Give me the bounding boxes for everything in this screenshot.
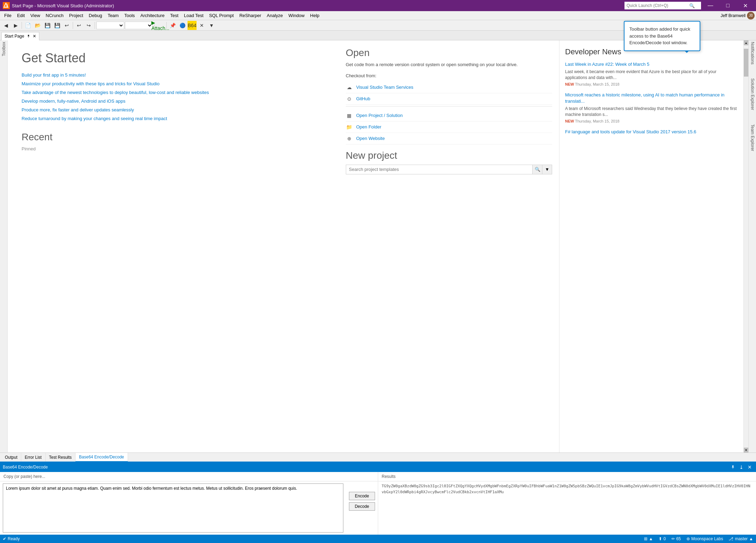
- btab-output[interactable]: Output: [1, 453, 21, 462]
- open-folder[interactable]: 📁 Open Folder: [346, 121, 552, 133]
- menu-edit[interactable]: Edit: [14, 11, 27, 20]
- open-website-label: Open Website: [356, 136, 385, 141]
- settings-button[interactable]: B64: [188, 21, 197, 30]
- link-4[interactable]: Develop modern, fully-native, Android an…: [22, 99, 328, 104]
- config-dropdown[interactable]: [96, 22, 124, 29]
- company-name: Moonspace Labs: [691, 536, 723, 541]
- status-branch[interactable]: ⎇ master ▲: [729, 536, 753, 541]
- status-errors[interactable]: ⬆ 0: [659, 536, 666, 541]
- search-dropdown-button[interactable]: ▼: [542, 165, 552, 174]
- menu-window[interactable]: Window: [286, 11, 307, 20]
- quick-launch-input[interactable]: [627, 3, 689, 8]
- save-button[interactable]: 💾: [43, 21, 52, 30]
- toolbox-label[interactable]: Toolbox: [1, 42, 6, 56]
- pin-button[interactable]: 📌: [168, 21, 177, 30]
- close-button[interactable]: ✕: [737, 0, 753, 11]
- menu-project[interactable]: Project: [66, 11, 86, 20]
- maximize-button[interactable]: □: [720, 0, 736, 11]
- run-button[interactable]: ▶ Attach...: [156, 21, 165, 30]
- tab-label: Start Page: [5, 34, 24, 39]
- menu-file[interactable]: File: [1, 11, 14, 20]
- news-link-1[interactable]: Last Week in Azure #22: Week of March 5: [565, 61, 738, 68]
- more-button[interactable]: ▼: [207, 21, 216, 30]
- menu-debug[interactable]: Debug: [86, 11, 105, 20]
- tab-pin-icon[interactable]: 🖈: [26, 34, 31, 39]
- menu-resharper[interactable]: ReSharper: [237, 11, 264, 20]
- news-date-1: NEW Thursday, March 15, 2018: [565, 82, 738, 86]
- search-templates-button[interactable]: 🔍: [532, 165, 542, 174]
- main-scrollbar[interactable]: ▲ ▼: [743, 40, 748, 452]
- scrollbar-track: [744, 45, 749, 448]
- link-2[interactable]: Maximize your productivity with these ti…: [22, 81, 328, 86]
- notifications-panel[interactable]: Notifications: [750, 42, 755, 64]
- btab-test-results[interactable]: Test Results: [46, 453, 75, 462]
- forward-button[interactable]: ▶: [11, 21, 20, 30]
- news-new-2: NEW: [565, 119, 574, 123]
- menu-test[interactable]: Test: [167, 11, 181, 20]
- base64-input[interactable]: Lorem ipsum dolor sit amet at purus magn…: [3, 483, 343, 533]
- scroll-down-button[interactable]: ▼: [744, 448, 749, 452]
- open-project[interactable]: ▦ Open Project / Solution: [346, 110, 552, 121]
- col-open: Toolbar button added for quick access to…: [339, 40, 560, 452]
- warning-count: 65: [676, 536, 681, 541]
- menu-bar: File Edit View NCrunch Project Debug Tea…: [0, 11, 756, 20]
- panel-pin-button[interactable]: 🖈: [730, 464, 737, 471]
- btab-error-list[interactable]: Error List: [21, 453, 46, 462]
- scroll-up-button[interactable]: ▲: [744, 40, 749, 45]
- get-started-title: Get Started: [22, 51, 328, 65]
- link-6[interactable]: Reduce turnaround by making your changes…: [22, 116, 328, 121]
- open-website[interactable]: ⊕ Open Website: [346, 133, 552, 144]
- minimize-button[interactable]: —: [702, 0, 718, 11]
- menu-loadtest[interactable]: Load Test: [181, 11, 206, 20]
- checkout-github[interactable]: ⊙ GitHub: [346, 93, 552, 105]
- menu-analyze[interactable]: Analyze: [264, 11, 286, 20]
- checkout-vsts[interactable]: ☁ Visual Studio Team Services: [346, 82, 552, 93]
- menu-ncrunch[interactable]: NCrunch: [43, 11, 66, 20]
- team-explorer-panel[interactable]: Team Explorer: [750, 124, 755, 151]
- start-page-tab[interactable]: Start Page 🖈 ✕: [1, 32, 39, 40]
- menu-view[interactable]: View: [27, 11, 43, 20]
- new-file-button[interactable]: 📄: [23, 21, 32, 30]
- news-new-1: NEW: [565, 82, 574, 86]
- website-icon: ⊕: [346, 135, 353, 142]
- company-icon: ⊛: [686, 536, 690, 541]
- solution-explorer-panel[interactable]: Solution Explorer: [750, 78, 755, 110]
- user-name: Jeff Bramwell: [721, 13, 746, 18]
- status-bar: ✔ Ready ⊞ ▲ ⬆ 0 ✏ 65 ⊛ Moonspace Labs ⎇ …: [0, 535, 756, 543]
- filter-button[interactable]: 🔵: [178, 21, 187, 30]
- link-5[interactable]: Produce more, fix faster and deliver upd…: [22, 107, 328, 112]
- quick-launch-box[interactable]: 🔍: [624, 2, 701, 9]
- search-templates-input[interactable]: [346, 165, 533, 174]
- toolbox-sidebar[interactable]: Toolbox: [0, 40, 8, 452]
- platform-dropdown[interactable]: [125, 22, 153, 29]
- separator-2: [73, 22, 73, 29]
- menu-tools[interactable]: Tools: [121, 11, 137, 20]
- tab-close-icon[interactable]: ✕: [33, 34, 36, 39]
- back-button[interactable]: ◀: [1, 21, 10, 30]
- news-link-2[interactable]: Microsoft reaches a historic milestone, …: [565, 92, 738, 104]
- status-warnings[interactable]: ✏ 65: [671, 536, 681, 541]
- menu-architecture[interactable]: Architecture: [138, 11, 167, 20]
- status-company: ⊛ Moonspace Labs: [686, 536, 723, 541]
- undo-button[interactable]: ↩: [74, 21, 83, 30]
- search-templates-box[interactable]: 🔍 ▼: [346, 165, 552, 174]
- decode-button[interactable]: Decode: [349, 502, 375, 511]
- panel-dock-button[interactable]: ⤓: [738, 464, 745, 471]
- menu-sqlprompt[interactable]: SQL Prompt: [206, 11, 237, 20]
- link-1[interactable]: Build your first app in 5 minutes!: [22, 72, 328, 78]
- status-layout[interactable]: ⊞ ▲: [644, 536, 653, 541]
- error-icon: ⬆: [659, 536, 662, 541]
- menu-team[interactable]: Team: [105, 11, 121, 20]
- menu-help[interactable]: Help: [307, 11, 322, 20]
- scrollbar-thumb[interactable]: [744, 49, 749, 77]
- extra-button[interactable]: ✕: [197, 21, 206, 30]
- open-file-button[interactable]: 📂: [33, 21, 42, 30]
- news-link-3[interactable]: F# language and tools update for Visual …: [565, 129, 738, 135]
- save-all-button[interactable]: 💾: [53, 21, 62, 30]
- btab-base64[interactable]: Base64 Encode/Decode: [75, 453, 128, 462]
- encode-button[interactable]: Encode: [349, 492, 375, 500]
- link-3[interactable]: Take advantage of the newest technologie…: [22, 90, 328, 95]
- redo-button[interactable]: ↪: [84, 21, 93, 30]
- project-icon: ▦: [346, 112, 353, 119]
- panel-close-button[interactable]: ✕: [746, 464, 753, 471]
